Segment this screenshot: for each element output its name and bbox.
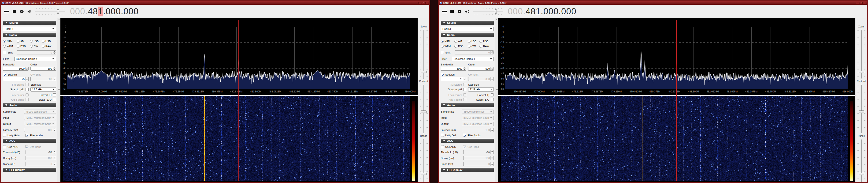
radio-button-icon[interactable] (468, 40, 470, 43)
agc-panel-header[interactable]: AGC (3, 139, 56, 143)
waterfall-canvas[interactable] (501, 96, 848, 181)
unity-gain-checkbox[interactable] (441, 134, 444, 137)
spin-up-icon[interactable] (53, 67, 56, 69)
mode-radio-wfm[interactable]: WFM (441, 45, 454, 48)
spectrum-waterfall-divider[interactable] (60, 95, 417, 96)
slider-track[interactable] (423, 85, 424, 133)
spin-up-icon[interactable] (26, 77, 28, 79)
spin-up-icon[interactable] (463, 77, 466, 79)
spin-down-icon[interactable] (491, 69, 494, 70)
mode-radio-wfm[interactable]: WFM (3, 45, 17, 48)
radio-button-icon[interactable] (479, 40, 482, 43)
mode-radio-am[interactable]: AM (454, 40, 468, 43)
bandwidth-spinner[interactable]: 8000 (3, 67, 29, 71)
minimize-button[interactable]: – (856, 2, 859, 4)
radio-button-icon[interactable] (3, 40, 6, 43)
shift-checkbox[interactable] (3, 51, 6, 54)
menu-icon[interactable] (442, 9, 447, 14)
cw-shift-spinner[interactable]: 600 (30, 77, 56, 81)
slider-track[interactable] (861, 139, 862, 182)
tuning-line[interactable] (676, 20, 677, 181)
spin-down-icon[interactable] (491, 53, 494, 54)
mode-radio-usb[interactable]: USB (479, 40, 492, 43)
snap-to-grid-checkbox[interactable] (463, 88, 466, 91)
radio-panel-header[interactable]: Radio (441, 33, 494, 37)
swap-iq-checkbox[interactable] (53, 98, 56, 101)
use-agc-checkbox[interactable] (3, 145, 6, 148)
correct-iq-checkbox[interactable] (491, 94, 494, 97)
contrast-slider[interactable]: Contrast (856, 80, 867, 135)
spin-up-icon[interactable] (491, 51, 494, 53)
spin-down-icon[interactable] (463, 69, 466, 70)
audio-panel-header[interactable]: Audio (441, 103, 494, 107)
slider-track[interactable] (861, 85, 862, 133)
radio-button-icon[interactable] (42, 45, 44, 48)
maximize-button[interactable]: □ (860, 2, 863, 4)
audio-panel-header[interactable]: Audio (3, 103, 56, 107)
slider-track[interactable] (423, 139, 424, 182)
frequency-display[interactable]: 000.481.000.000 (508, 6, 577, 17)
source-device-dropdown[interactable]: HackRF (441, 27, 494, 31)
order-spinner[interactable]: 500 (468, 67, 494, 71)
radio-button-icon[interactable] (454, 45, 457, 48)
contrast-slider-thumb[interactable] (421, 110, 427, 113)
radio-button-icon[interactable] (479, 45, 482, 48)
tuning-line[interactable] (239, 20, 239, 181)
radio-button-icon[interactable] (441, 40, 443, 43)
shift-spinner[interactable]: 0 (17, 50, 56, 54)
speaker-icon[interactable] (465, 9, 470, 14)
zoom-slider[interactable]: Zoom (856, 25, 867, 80)
source-panel-header[interactable]: Source (441, 21, 494, 25)
range-slider[interactable]: Range (856, 135, 867, 182)
fft-display-panel-header[interactable]: FFT Display (3, 168, 56, 172)
source-device-dropdown[interactable]: HackRF (3, 27, 56, 31)
contrast-slider[interactable]: Contrast (418, 80, 429, 135)
radio-button-icon[interactable] (17, 45, 20, 48)
zoom-slider[interactable]: Zoom (418, 25, 429, 80)
menu-icon[interactable] (4, 9, 9, 14)
shift-spinner[interactable]: 0 (455, 50, 494, 54)
spin-up-icon[interactable] (491, 67, 494, 69)
spectrum-waterfall-divider[interactable] (498, 95, 855, 96)
gear-icon[interactable] (458, 9, 462, 14)
range-slider[interactable]: Range (418, 135, 429, 182)
fft-display-panel-header[interactable]: FFT Display (441, 168, 494, 172)
squelch-spinner[interactable]: 75 (441, 77, 466, 81)
mode-radio-usb[interactable]: USB (42, 40, 55, 43)
zoom-slider-thumb[interactable] (421, 71, 427, 73)
use-agc-checkbox[interactable] (441, 145, 444, 148)
stop-button[interactable] (451, 10, 454, 13)
spin-down-icon[interactable] (53, 79, 56, 81)
splitter-grip-icon[interactable] (58, 89, 60, 91)
source-panel-header[interactable]: Source (3, 21, 56, 25)
minimize-button[interactable]: – (418, 2, 421, 4)
spin-down-icon[interactable] (463, 79, 466, 81)
squelch-checkbox[interactable] (441, 73, 444, 76)
radio-button-icon[interactable] (454, 40, 457, 43)
stop-button[interactable] (13, 10, 16, 13)
sidebar-scrollbar[interactable] (495, 18, 498, 182)
snap-to-grid-checkbox[interactable] (26, 88, 29, 91)
range-slider-thumb[interactable] (421, 173, 427, 175)
volume-slider-thumb[interactable] (57, 9, 59, 14)
mode-radio-raw[interactable]: RAW (479, 45, 492, 48)
cw-shift-spinner[interactable]: 600 (468, 77, 494, 81)
bandwidth-spinner[interactable]: 8000 (441, 67, 466, 71)
volume-slider[interactable] (35, 7, 65, 16)
shift-checkbox[interactable] (441, 51, 444, 54)
spin-up-icon[interactable] (26, 67, 28, 69)
mode-radio-cw[interactable]: CW (468, 45, 479, 48)
step-size-dropdown[interactable]: 12.5 kHz (468, 87, 494, 92)
speaker-icon[interactable] (27, 9, 32, 14)
radio-button-icon[interactable] (3, 45, 6, 48)
spin-down-icon[interactable] (53, 53, 56, 54)
spin-up-icon[interactable] (463, 67, 466, 69)
squelch-spinner[interactable]: 75 (3, 77, 29, 81)
maximize-button[interactable]: □ (422, 2, 425, 4)
mode-radio-lsb[interactable]: LSB (30, 40, 42, 43)
filter-audio-checkbox[interactable] (463, 134, 466, 137)
volume-slider-thumb[interactable] (495, 9, 497, 14)
mode-radio-lsb[interactable]: LSB (468, 40, 479, 43)
radio-button-icon[interactable] (17, 40, 20, 43)
filter-dropdown[interactable]: Blackman-Harris 4 (14, 57, 56, 61)
